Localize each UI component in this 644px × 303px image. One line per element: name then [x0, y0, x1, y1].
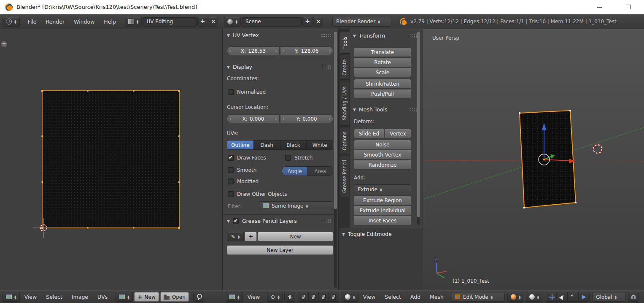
minimize-button[interactable]	[593, 0, 607, 14]
uv-select-edge-button[interactable]	[309, 292, 319, 302]
extrude-dropdown[interactable]: Extrude	[354, 184, 411, 194]
editor-type-button[interactable]	[3, 17, 20, 27]
uv-select-vertex-button[interactable]	[299, 292, 309, 302]
cursor-3d[interactable]	[588, 140, 607, 158]
uv-vertex-y-field[interactable]: Y: 128.06	[280, 46, 333, 55]
uv-editor-type-button[interactable]	[3, 292, 20, 302]
draw-other-objects-checkbox[interactable]	[228, 191, 234, 197]
view3d-menu-mesh[interactable]: Mesh	[425, 294, 448, 300]
manipulator-rotate-button[interactable]	[568, 292, 579, 302]
panel-drag-dots-icon[interactable]	[321, 33, 331, 37]
extrude-region-button[interactable]: Extrude Region	[354, 195, 411, 205]
screen-layout-name-field[interactable]: UV Editing	[143, 17, 197, 27]
manipulator-translate-button[interactable]	[557, 292, 568, 302]
filter-image-dropdown[interactable]: Same Image	[259, 201, 333, 210]
region-expand-handle[interactable]: +	[1, 41, 7, 47]
uv-draw-mode-outline[interactable]: Outline	[227, 141, 254, 149]
uv-menu-uvs[interactable]: UVs	[93, 294, 112, 300]
smooth-checkbox-row[interactable]: Smooth	[228, 167, 256, 173]
uv-vertex-x-field[interactable]: X: 128.53	[227, 46, 280, 55]
modified-checkbox[interactable]	[228, 179, 234, 184]
slide-edge-button[interactable]: Slide Ed	[354, 129, 384, 138]
manipulator-toggle-button[interactable]	[546, 292, 557, 302]
noise-button[interactable]: Noise	[354, 140, 411, 149]
randomize-button[interactable]: Randomize	[354, 160, 411, 170]
image-browse-button[interactable]	[116, 292, 133, 302]
uv-draw-mode-black[interactable]: Black	[280, 141, 307, 149]
smooth-checkbox[interactable]	[228, 167, 234, 173]
mid-menu-view[interactable]: View	[243, 294, 265, 300]
menu-render[interactable]: Render	[41, 19, 70, 25]
panel-header-toggle-editmode[interactable]: Toggle Editmode	[342, 231, 420, 237]
grease-pencil-checkbox[interactable]	[233, 218, 239, 224]
add-screen-layout-button[interactable]	[197, 17, 207, 27]
uv-select-face-button[interactable]	[319, 292, 329, 302]
draw-faces-checkbox-row[interactable]: Draw Faces	[228, 155, 266, 161]
grease-pencil-new-button[interactable]: New	[258, 232, 333, 241]
stretch-checkbox-row[interactable]: Stretch	[285, 155, 313, 161]
rotate-button[interactable]: Rotate	[354, 57, 411, 67]
viewport-3d[interactable]: User Persp	[423, 29, 644, 290]
scale-button[interactable]: Scale	[354, 68, 411, 77]
delete-scene-button[interactable]	[313, 17, 323, 27]
cursor-y-field[interactable]: Y: 0.000	[280, 114, 333, 123]
snap-toggle-button[interactable]	[628, 292, 639, 302]
shrink-fatten-button[interactable]: Shrink/Fatten	[354, 79, 411, 89]
translate-button[interactable]: Translate	[354, 47, 411, 57]
add-scene-button[interactable]	[302, 17, 313, 27]
draw-other-objects-checkbox-row[interactable]: Draw Other Objects	[228, 191, 287, 197]
manipulator-scale-button[interactable]	[579, 292, 590, 302]
grease-pencil-browse-button[interactable]	[227, 232, 244, 241]
editor-type-button[interactable]	[226, 292, 243, 302]
delete-screen-layout-button[interactable]	[208, 17, 218, 27]
grease-pencil-new-layer-button[interactable]: New Layer	[227, 245, 333, 255]
tab-grease-pencil[interactable]: Grease Pencil	[339, 156, 349, 197]
image-new-button[interactable]: New	[134, 292, 159, 302]
slide-vertex-button[interactable]: Vertex	[385, 129, 411, 138]
view3d-editor-type-button[interactable]	[342, 292, 358, 302]
tab-shading-uvs[interactable]: Shading / UVs	[339, 81, 349, 126]
tab-create[interactable]: Create	[339, 55, 349, 80]
view3d-menu-add[interactable]: Add	[406, 294, 425, 300]
view3d-menu-select[interactable]: Select	[380, 294, 406, 300]
stretch-checkbox[interactable]	[285, 155, 291, 161]
scrollbar-thumb[interactable]	[334, 32, 337, 209]
pin-image-button[interactable]	[193, 292, 204, 302]
edit-mesh-face[interactable]	[520, 111, 576, 208]
image-open-button[interactable]: Open	[160, 292, 189, 302]
panel-drag-dots-icon[interactable]	[321, 65, 331, 69]
scene-browse-button[interactable]	[224, 17, 241, 27]
panel-header-transform[interactable]: Transform	[353, 32, 420, 39]
uv-sync-selection-button[interactable]	[284, 292, 295, 302]
tab-tools[interactable]: Tools	[339, 32, 350, 54]
screen-layout-browse-button[interactable]	[125, 17, 142, 27]
view3d-menu-view[interactable]: View	[358, 294, 380, 300]
panel-header-mesh-tools[interactable]: Mesh Tools	[353, 106, 420, 113]
panel-header-display[interactable]: Display	[227, 64, 331, 70]
menu-window[interactable]: Window	[69, 19, 99, 25]
panel-drag-dots-icon[interactable]	[321, 219, 331, 223]
menu-help[interactable]: Help	[99, 19, 121, 25]
panel-header-uv-vertex[interactable]: UV Vertex	[227, 32, 331, 38]
render-engine-dropdown[interactable]: Blender Render	[332, 17, 391, 27]
uv-draw-mode-white[interactable]: White	[307, 141, 333, 149]
mode-dropdown[interactable]: Edit Mode	[452, 292, 505, 302]
modified-checkbox-row[interactable]: Modified	[228, 179, 259, 184]
cursor-x-field[interactable]: X: 0.000	[227, 114, 280, 123]
pivot-point-button[interactable]	[267, 292, 283, 302]
uv-menu-select[interactable]: Select	[41, 294, 67, 300]
smooth-vertex-button[interactable]: Smooth Vertex	[354, 150, 411, 160]
push-pull-button[interactable]: Push/Pull	[354, 89, 411, 99]
panel-header-grease-pencil-layers[interactable]: Grease Pencil Layers	[227, 218, 331, 224]
uv-menu-image[interactable]: Image	[67, 294, 93, 300]
viewport-shading-button[interactable]	[507, 292, 524, 302]
menu-file[interactable]: File	[23, 19, 41, 25]
orientation-dropdown[interactable]: Global	[592, 292, 626, 302]
uv-menu-view[interactable]: View	[20, 294, 42, 300]
inset-faces-button[interactable]: Inset Faces	[354, 216, 411, 225]
uv-image-editor-canvas[interactable]: +	[0, 29, 223, 290]
grease-pencil-add-button[interactable]	[245, 232, 257, 241]
uv-face[interactable]	[42, 91, 179, 228]
scene-name-field[interactable]: Scene	[242, 17, 302, 27]
maximize-button[interactable]	[621, 0, 635, 14]
